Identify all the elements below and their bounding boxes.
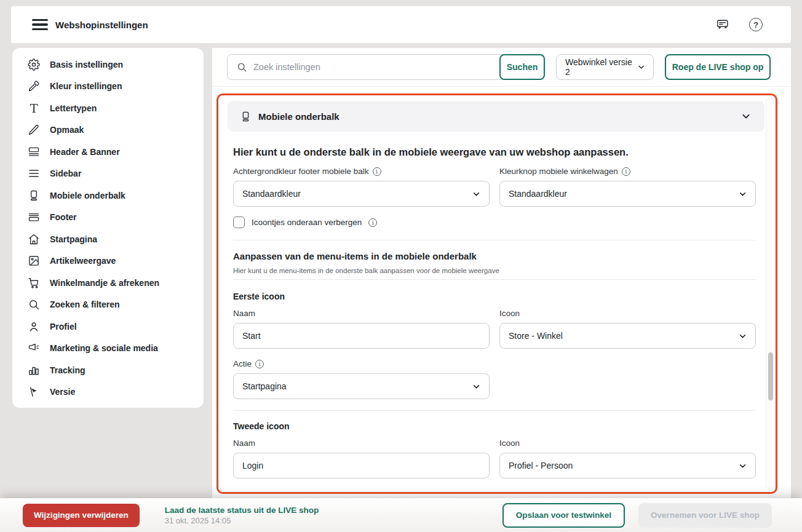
second-icon-icon-value: Profiel - Persoon	[509, 461, 573, 470]
webshop-version-select[interactable]: Webwinkel versie 2	[556, 54, 654, 80]
second-icon-icon-label: Icoon	[499, 439, 756, 448]
sidebar-item-label: Header & Banner	[50, 147, 120, 157]
cart-button-color-select[interactable]: Standaardkleur	[499, 181, 756, 207]
gear-icon	[28, 58, 40, 71]
sidebar-lines-icon	[28, 167, 40, 180]
status-timestamp: 31 okt. 2025 14:05	[165, 516, 319, 525]
first-icon-action-select[interactable]: Startpagina	[233, 373, 490, 399]
sidebar-item-tracking[interactable]: Tracking	[12, 359, 204, 381]
second-icon-icon-select[interactable]: Profiel - Persoon	[499, 453, 756, 478]
sidebar-item-label: Versie	[50, 387, 75, 397]
panel-header-mobiele-onderbalk[interactable]: Mobiele onderbalk	[228, 101, 764, 132]
pencil-icon	[28, 124, 40, 136]
info-icon[interactable]	[255, 360, 264, 368]
sidebar-item-versie[interactable]: Versie	[12, 381, 204, 403]
feedback-icon[interactable]	[716, 18, 729, 31]
toolbar-divider	[212, 86, 791, 87]
search-button[interactable]: Suchen	[499, 54, 545, 80]
cart-button-color-value: Standaardkleur	[509, 189, 567, 199]
sidebar-item-marketing-sociale-media[interactable]: Marketing & sociale media	[12, 338, 204, 360]
second-icon-name-field[interactable]	[242, 461, 482, 470]
section-divider	[233, 279, 756, 280]
sidebar-item-label: Artikelweergave	[50, 256, 116, 266]
sidebar-item-basis-instellingen[interactable]: Basis instellingen	[12, 54, 204, 76]
background-color-label: Achtergrondkleur footer mobiele balk	[233, 167, 490, 176]
chevron-down-icon	[471, 189, 482, 199]
mobile-icon	[240, 111, 252, 122]
typography-icon	[28, 102, 40, 114]
bar-chart-icon	[28, 364, 40, 376]
sidebar-item-lettertypen[interactable]: Lettertypen	[12, 97, 204, 119]
sidebar-item-label: Tracking	[50, 365, 85, 375]
sidebar-item-label: Winkelmandje & afrekenen	[50, 278, 159, 288]
sidebar-item-startpagina[interactable]: Startpagina	[12, 228, 204, 250]
chevron-down-icon	[471, 381, 482, 392]
sidebar-item-label: Profiel	[50, 322, 77, 332]
sidebar-item-label: Mobiele onderbalk	[50, 191, 125, 200]
sidebar-item-label: Lettertypen	[50, 103, 97, 113]
first-icon-icon-select[interactable]: Store - Winkel	[499, 323, 756, 349]
menu-items-section-title: Aanpassen van de menu-items in de mobiel…	[233, 251, 756, 261]
load-live-status-link[interactable]: Laad de laatste status uit de LIVE shop	[165, 506, 319, 515]
sidebar-item-winkelmandje-afrekenen[interactable]: Winkelmandje & afrekenen	[12, 272, 204, 294]
section-divider	[233, 240, 756, 240]
megaphone-icon	[28, 342, 40, 354]
sidebar-item-label: Zoeken & filteren	[50, 300, 120, 309]
hide-icons-label: Icoontjes onderaan verbergen	[252, 218, 362, 227]
page-title: Webshopinstellingen	[55, 20, 148, 30]
info-icon[interactable]	[373, 167, 381, 176]
discard-changes-button[interactable]: Wijzigingen verwijderen	[23, 504, 140, 527]
footer-layout-icon	[28, 211, 40, 223]
sidebar-item-profiel[interactable]: Profiel	[12, 316, 204, 338]
chevron-down-icon	[737, 331, 748, 341]
info-icon[interactable]	[368, 218, 377, 227]
sidebar-item-label: Basis instellingen	[50, 60, 123, 69]
first-icon-action-label: Actie	[233, 359, 490, 368]
panel-scrollbar[interactable]	[766, 99, 774, 488]
main-content: Suchen Webwinkel versie 2 Roep de LIVE s…	[212, 48, 791, 498]
sidebar-item-label: Opmaak	[50, 125, 84, 135]
background-color-value: Standaardkleur	[242, 189, 301, 199]
chevron-down-icon	[740, 110, 752, 122]
second-icon-name-input[interactable]	[233, 453, 490, 478]
help-icon[interactable]	[749, 18, 763, 31]
first-icon-name-input[interactable]	[233, 323, 490, 349]
panel-intro-heading: Hier kunt u de onderste balk in de mobie…	[233, 146, 756, 158]
sidebar-item-opmaak[interactable]: Opmaak	[12, 119, 204, 141]
save-testshop-button[interactable]: Opslaan voor testwinkel	[502, 503, 625, 528]
color-picker-icon	[28, 80, 40, 92]
section-divider	[233, 410, 756, 411]
chevron-down-icon	[737, 189, 748, 199]
cart-icon	[28, 277, 40, 289]
scrollbar-thumb[interactable]	[768, 352, 773, 400]
person-icon	[28, 320, 40, 333]
search-icon	[236, 62, 247, 73]
panel-title: Mobiele onderbalk	[258, 111, 339, 122]
apply-live-button[interactable]: Overnemen voor LIVE shop	[638, 503, 772, 528]
cart-button-color-label: Kleurknop mobiele winkelwagen	[499, 167, 756, 176]
hide-icons-checkbox[interactable]	[233, 216, 245, 228]
menu-items-section-subtitle: Hier kunt u de menu-items in de onderste…	[233, 267, 756, 274]
info-icon[interactable]	[622, 167, 630, 176]
sidebar-item-footer[interactable]: Footer	[12, 207, 204, 229]
search-input[interactable]	[227, 54, 545, 80]
hamburger-menu-icon[interactable]	[32, 17, 48, 33]
sidebar-item-artikelweergave[interactable]: Artikelweergave	[12, 250, 204, 272]
action-footer-bar: Wijzigingen verwijderen Laad de laatste …	[0, 498, 802, 532]
sidebar-item-header-banner[interactable]: Header & Banner	[12, 141, 204, 163]
mobile-bottombar-panel: Mobiele onderbalk Hier kunt u de onderst…	[216, 93, 777, 494]
chevron-down-icon	[737, 461, 748, 471]
sidebar-item-kleur-instellingen[interactable]: Kleur instellingen	[12, 76, 204, 98]
flag-icon	[28, 386, 40, 398]
sidebar-item-label: Sidebar	[50, 169, 81, 178]
background-color-select[interactable]: Standaardkleur	[233, 181, 490, 207]
sidebar-item-mobiele-onderbalk[interactable]: Mobiele onderbalk	[12, 185, 204, 207]
sidebar-item-zoeken-filteren[interactable]: Zoeken & filteren	[12, 294, 204, 316]
version-select-value: Webwinkel versie 2	[565, 57, 637, 77]
image-icon	[28, 255, 40, 267]
open-live-shop-button[interactable]: Roep de LIVE shop op	[665, 54, 771, 80]
sidebar-item-sidebar[interactable]: Sidebar	[12, 163, 204, 185]
mobile-icon	[28, 189, 40, 202]
first-icon-name-field[interactable]	[242, 331, 482, 341]
header-banner-icon	[28, 146, 40, 158]
